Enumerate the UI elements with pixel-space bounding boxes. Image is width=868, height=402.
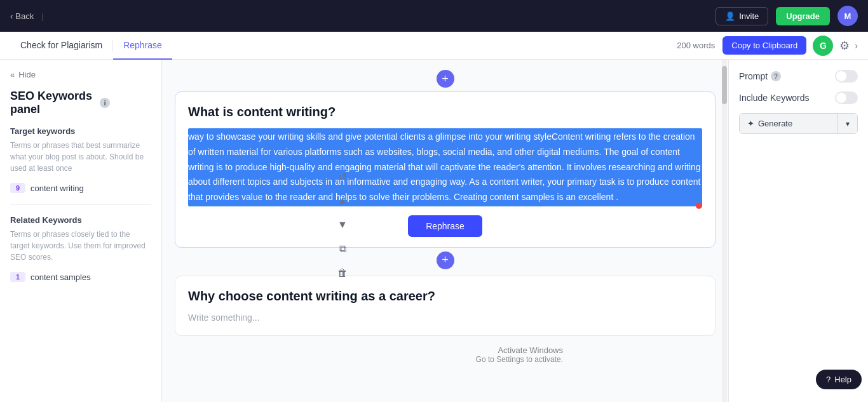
- avatar[interactable]: M: [837, 6, 858, 26]
- generate-button-wrap: ✦ Generate ▾: [739, 113, 858, 134]
- prompt-toggle[interactable]: [835, 70, 858, 83]
- activate-windows-title: Activate Windows: [476, 345, 563, 355]
- grammarly-icon[interactable]: G: [813, 36, 833, 56]
- plagiarism-tab[interactable]: Check for Plagiarism: [10, 32, 112, 60]
- rephrase-button[interactable]: Rephrase: [408, 215, 482, 237]
- wand-icon: ✦: [747, 119, 754, 128]
- related-keyword-item: 1 content samples: [10, 269, 151, 285]
- prompt-label: Prompt ?: [739, 71, 781, 81]
- grammarly-symbol: G: [820, 41, 827, 51]
- rephrase-popup: Rephrase: [188, 215, 702, 237]
- generate-label: Generate: [758, 119, 792, 128]
- panel-title: SEO Keywordspaneli: [10, 90, 151, 116]
- editor-tools: ↺ ▲ ▼ ⧉ 🗑: [334, 168, 351, 282]
- chevrons-left-icon: «: [10, 70, 15, 79]
- hide-label: Hide: [18, 70, 36, 79]
- help-label: Help: [834, 375, 851, 384]
- panel-info-icon[interactable]: i: [100, 98, 110, 108]
- sidebar-divider: [10, 204, 151, 205]
- help-button[interactable]: ? Help: [816, 370, 862, 389]
- block-heading: What is content writing?: [188, 105, 702, 119]
- target-keyword-item: 9 content writing: [10, 180, 151, 196]
- related-keywords-desc: Terms or phrases closely tied to the tar…: [10, 229, 151, 263]
- editor-block[interactable]: What is content writing? way to showcase…: [175, 91, 715, 248]
- generate-button[interactable]: ✦ Generate: [740, 114, 837, 133]
- keyword-text-content-writing: content writing: [31, 184, 84, 193]
- rephrase-tab[interactable]: Rephrase: [113, 32, 172, 60]
- chevron-up-icon[interactable]: ▲: [334, 192, 351, 210]
- generate-dropdown-button[interactable]: ▾: [837, 114, 857, 133]
- add-block-middle-button[interactable]: +: [437, 251, 454, 269]
- add-block-top-button[interactable]: +: [437, 70, 454, 88]
- nav-divider: |: [41, 11, 43, 21]
- target-keywords-desc: Terms or phrases that best summarize wha…: [10, 140, 151, 174]
- back-button[interactable]: ‹ Back: [10, 11, 34, 21]
- delete-icon[interactable]: 🗑: [334, 264, 351, 282]
- scrollbar-thumb[interactable]: [722, 66, 727, 104]
- hide-button[interactable]: « Hide: [10, 70, 151, 79]
- chevron-down-icon[interactable]: ▼: [334, 216, 351, 234]
- invite-label: Invite: [739, 11, 759, 21]
- undo-icon[interactable]: ↺: [334, 168, 351, 185]
- keyword-count-1: 1: [10, 272, 25, 282]
- error-dot: [696, 203, 702, 209]
- top-nav: ‹ Back | 👤 Invite Upgrade M: [0, 0, 868, 32]
- chevron-left-icon: ‹: [10, 11, 13, 21]
- activate-windows: Activate Windows Go to Settings to activ…: [476, 345, 563, 364]
- target-keywords-title: Target keywords: [10, 126, 151, 136]
- second-block-heading: Why choose content writing as a career?: [188, 289, 702, 304]
- copy-to-clipboard-button[interactable]: Copy to Clipboard: [722, 36, 806, 55]
- activate-windows-subtitle: Go to Settings to activate.: [476, 355, 563, 364]
- sub-nav: Check for Plagiarism Rephrase 200 words …: [0, 32, 868, 60]
- keyword-text-content-samples: content samples: [31, 272, 91, 282]
- write-placeholder: Write something...: [188, 312, 702, 323]
- related-keywords-title: Related Keywords: [10, 215, 151, 225]
- seo-sidebar: « Hide SEO Keywordspaneli Target keyword…: [0, 60, 162, 402]
- word-count: 200 words: [677, 41, 715, 50]
- prompt-info-icon[interactable]: ?: [771, 71, 781, 81]
- selected-text[interactable]: way to showcase your writing skills and …: [188, 128, 702, 206]
- keyword-count-9: 9: [10, 183, 25, 193]
- include-keywords-row: Include Keywords: [739, 91, 858, 104]
- include-keywords-toggle[interactable]: [835, 91, 858, 104]
- back-label: Back: [15, 11, 34, 21]
- prompt-row: Prompt ?: [739, 70, 858, 83]
- question-icon: ?: [826, 375, 831, 384]
- chevron-right-icon[interactable]: ›: [855, 41, 858, 51]
- scrollbar[interactable]: [722, 60, 727, 402]
- right-panel: Prompt ? Include Keywords ✦ Generate ▾: [728, 60, 868, 402]
- settings-icon[interactable]: ⚙: [839, 39, 850, 53]
- include-keywords-label: Include Keywords: [739, 93, 810, 103]
- copy-icon[interactable]: ⧉: [334, 240, 351, 258]
- invite-button[interactable]: 👤 Invite: [715, 7, 768, 25]
- center-content: ↺ ▲ ▼ ⧉ 🗑 + What is content writing? way…: [162, 60, 728, 402]
- prompt-label-text: Prompt: [739, 71, 768, 81]
- upgrade-button[interactable]: Upgrade: [776, 7, 830, 25]
- second-editor-block[interactable]: Why choose content writing as a career? …: [175, 276, 715, 336]
- user-icon: 👤: [725, 11, 735, 21]
- main-layout: « Hide SEO Keywordspaneli Target keyword…: [0, 60, 868, 402]
